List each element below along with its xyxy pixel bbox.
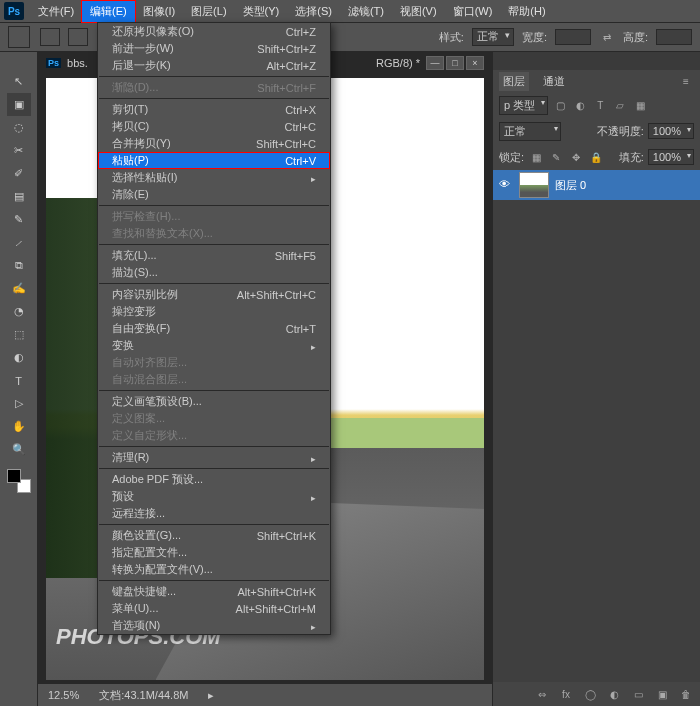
menu-filter[interactable]: 滤镜(T) [340, 1, 392, 22]
menu-edit[interactable]: 编辑(E) [82, 1, 135, 22]
menu-item-k[interactable]: 后退一步(K)Alt+Ctrl+Z [98, 57, 330, 74]
menu-view[interactable]: 视图(V) [392, 1, 445, 22]
menu-item-f[interactable]: 自由变换(F)Ctrl+T [98, 320, 330, 337]
tool-brush[interactable]: ✎ [7, 208, 31, 231]
menu-file[interactable]: 文件(F) [30, 1, 82, 22]
menu-item-y[interactable]: 合并拷贝(Y)Shift+Ctrl+C [98, 135, 330, 152]
layer-filter-kind[interactable]: p 类型 [499, 96, 548, 115]
tool-eyedropper[interactable]: ✐ [7, 162, 31, 185]
height-input[interactable] [656, 29, 692, 45]
filter-shape-icon[interactable]: ▱ [612, 97, 628, 113]
blend-mode[interactable]: 正常 [499, 122, 561, 141]
menu-select[interactable]: 选择(S) [287, 1, 340, 22]
menu-item-s[interactable]: 描边(S)... [98, 264, 330, 281]
link-layers-icon[interactable]: ⇔ [534, 686, 550, 702]
blend-row: 正常 不透明度: 100% [493, 118, 700, 144]
filter-img-icon[interactable]: ▢ [552, 97, 568, 113]
tool-stamp[interactable]: ⟋ [7, 231, 31, 254]
menu-item-: 自动对齐图层... [98, 354, 330, 371]
menu-window[interactable]: 窗口(W) [445, 1, 501, 22]
tool-healing[interactable]: ▤ [7, 185, 31, 208]
menu-item-v[interactable]: 转换为配置文件(V)... [98, 561, 330, 578]
zoom-level[interactable]: 12.5% [48, 689, 79, 701]
layer-thumbnail[interactable] [519, 172, 549, 198]
maximize-btn[interactable]: □ [446, 56, 464, 70]
opacity-value[interactable]: 100% [648, 123, 694, 139]
filter-adj-icon[interactable]: ◐ [572, 97, 588, 113]
layer-name[interactable]: 图层 0 [555, 178, 586, 193]
color-swatch[interactable] [7, 469, 31, 493]
mask-icon[interactable]: ◯ [582, 686, 598, 702]
lock-all-icon[interactable]: 🔒 [588, 149, 604, 165]
menu-item-r[interactable]: 清理(R) [98, 449, 330, 466]
menu-item-adobepdf[interactable]: Adobe PDF 预设... [98, 471, 330, 488]
tool-move[interactable]: ↖ [7, 70, 31, 93]
menu-item-g[interactable]: 颜色设置(G)...Shift+Ctrl+K [98, 527, 330, 544]
panel-tabs: 图层 通道 ≡ [493, 70, 700, 92]
menu-item-c[interactable]: 拷贝(C)Ctrl+C [98, 118, 330, 135]
menu-item-[interactable]: 键盘快捷键...Alt+Shift+Ctrl+K [98, 583, 330, 600]
lock-brush-icon[interactable]: ✎ [548, 149, 564, 165]
new-layer-icon[interactable]: ▣ [654, 686, 670, 702]
filter-type-icon[interactable]: T [592, 97, 608, 113]
right-panels: 图层 通道 ≡ p 类型 ▢ ◐ T ▱ ▦ 正常 不透明度: 100% 锁定:… [492, 52, 700, 706]
doc-title: bbs. [67, 57, 88, 69]
menu-layer[interactable]: 图层(L) [183, 1, 234, 22]
tool-eraser[interactable]: ✍ [7, 277, 31, 300]
menu-item-w[interactable]: 前进一步(W)Shift+Ctrl+Z [98, 40, 330, 57]
layer-row[interactable]: 👁 图层 0 [493, 170, 700, 200]
tool-gradient[interactable]: ◔ [7, 300, 31, 323]
tool-history[interactable]: ⧉ [7, 254, 31, 277]
menu-type[interactable]: 类型(Y) [235, 1, 288, 22]
tool-zoom[interactable]: 🔍 [7, 438, 31, 461]
menu-item-[interactable]: 操控变形 [98, 303, 330, 320]
menu-item-p[interactable]: 粘贴(P)Ctrl+V [98, 152, 330, 169]
menu-item-n[interactable]: 首选项(N) [98, 617, 330, 634]
width-input[interactable] [555, 29, 591, 45]
tool-marquee[interactable]: ▣ [7, 93, 31, 116]
tool-hand[interactable]: ✋ [7, 415, 31, 438]
menu-item-[interactable]: 预设 [98, 488, 330, 505]
group-icon[interactable]: ▭ [630, 686, 646, 702]
menu-item-[interactable]: 远程连接... [98, 505, 330, 522]
lock-trans-icon[interactable]: ▦ [528, 149, 544, 165]
tool-blur[interactable]: ⬚ [7, 323, 31, 346]
delete-icon[interactable]: 🗑 [678, 686, 694, 702]
menu-item-b[interactable]: 定义画笔预设(B)... [98, 393, 330, 410]
menu-item-l[interactable]: 填充(L)...Shift+F5 [98, 247, 330, 264]
menu-item-[interactable]: 内容识别比例Alt+Shift+Ctrl+C [98, 286, 330, 303]
status-arrow-icon[interactable]: ▸ [208, 689, 214, 702]
menu-image[interactable]: 图像(I) [135, 1, 183, 22]
minimize-btn[interactable]: — [426, 56, 444, 70]
menu-item-[interactable]: 变换 [98, 337, 330, 354]
tab-channels[interactable]: 通道 [539, 72, 569, 91]
height-label: 高度: [623, 30, 648, 45]
link-icon[interactable]: ⇄ [599, 29, 615, 45]
menu-item-t[interactable]: 剪切(T)Ctrl+X [98, 101, 330, 118]
option-box-1[interactable] [40, 28, 60, 46]
adjustment-icon[interactable]: ◐ [606, 686, 622, 702]
fill-value[interactable]: 100% [648, 149, 694, 165]
menu-item-[interactable]: 指定配置文件... [98, 544, 330, 561]
current-tool-icon[interactable] [8, 26, 30, 48]
menu-item-i[interactable]: 选择性粘贴(I) [98, 169, 330, 186]
menu-item-o[interactable]: 还原拷贝像素(O)Ctrl+Z [98, 23, 330, 40]
visibility-icon[interactable]: 👁 [499, 178, 513, 192]
layer-panel-footer: ⇔ fx ◯ ◐ ▭ ▣ 🗑 [493, 682, 700, 706]
tool-lasso[interactable]: ◌ [7, 116, 31, 139]
menu-item-e[interactable]: 清除(E) [98, 186, 330, 203]
fx-icon[interactable]: fx [558, 686, 574, 702]
tool-path[interactable]: ▷ [7, 392, 31, 415]
filter-smart-icon[interactable]: ▦ [632, 97, 648, 113]
tool-dodge[interactable]: ◐ [7, 346, 31, 369]
option-box-2[interactable] [68, 28, 88, 46]
style-select[interactable]: 正常 [472, 28, 514, 46]
menu-item-u[interactable]: 菜单(U)...Alt+Shift+Ctrl+M [98, 600, 330, 617]
close-btn[interactable]: × [466, 56, 484, 70]
tab-layers[interactable]: 图层 [499, 72, 529, 91]
tool-crop[interactable]: ✂ [7, 139, 31, 162]
tool-type[interactable]: T [7, 369, 31, 392]
lock-move-icon[interactable]: ✥ [568, 149, 584, 165]
panel-menu-icon[interactable]: ≡ [678, 73, 694, 89]
menu-help[interactable]: 帮助(H) [500, 1, 553, 22]
